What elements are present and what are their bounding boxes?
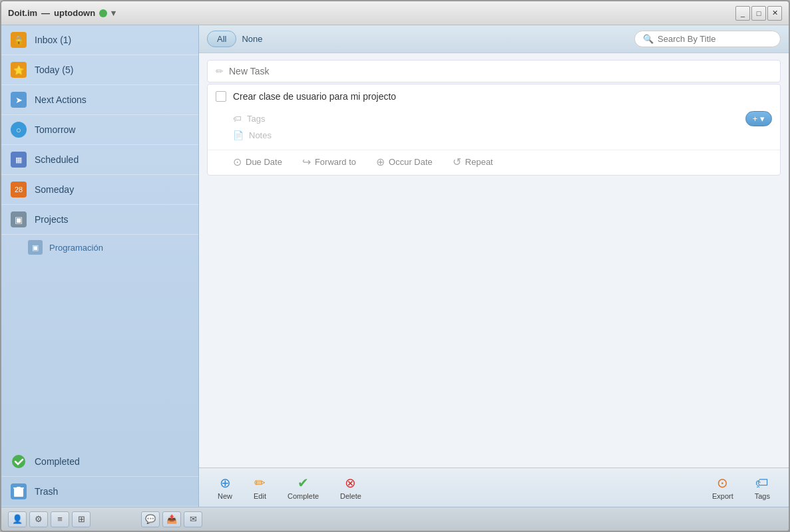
search-icon: 🔍 — [643, 34, 654, 44]
close-button[interactable]: ✕ — [767, 6, 782, 21]
status-user-button[interactable]: 👤 — [8, 511, 27, 527]
tags-label: Tags — [755, 492, 770, 500]
repeat-action[interactable]: ↺ Repeat — [453, 156, 493, 168]
sidebar-label-tomorrow: Tomorrow — [35, 124, 75, 135]
sidebar-label-someday: Someday — [35, 184, 74, 195]
sidebar-label-scheduled: Scheduled — [35, 154, 79, 165]
sidebar-item-tomorrow[interactable]: ○ Tomorrow — [1, 115, 198, 145]
sidebar-spacer — [1, 260, 198, 447]
forward-to-label: Forward to — [315, 157, 356, 167]
task-tags-row: 🏷 Tags + ▾ — [233, 111, 772, 126]
titlebar-dropdown-icon[interactable]: ▾ — [111, 8, 116, 18]
sidebar-item-trash[interactable]: Trash — [1, 477, 198, 507]
titlebar-title: Doit.im — uptodown ▾ — [8, 8, 116, 18]
app-window: Doit.im — uptodown ▾ _ □ ✕ 🔒 Inbox (1) ⭐… — [0, 0, 790, 532]
task-notes-row: 📄 Notes — [233, 130, 772, 140]
sidebar-label-trash: Trash — [35, 486, 58, 497]
tag-icon: 🏷 — [233, 114, 242, 124]
main-content: 🔒 Inbox (1) ⭐ Today (5) ➤ Next Actions ○… — [1, 25, 789, 507]
tags-button[interactable]: 🏷 Tags — [744, 473, 781, 503]
status-mail-button[interactable]: ✉ — [184, 511, 202, 527]
tags-toolbar-icon: 🏷 — [755, 475, 769, 491]
due-date-icon: ⊙ — [233, 156, 242, 168]
edit-label: Edit — [254, 492, 266, 500]
sidebar-item-today[interactable]: ⭐ Today (5) — [1, 55, 198, 85]
task-main-row: Crear clase de usuario para mi projecto — [208, 84, 780, 108]
filter-none-label: None — [242, 34, 262, 44]
minimize-button[interactable]: _ — [735, 6, 750, 21]
sidebar-label-inbox: Inbox (1) — [35, 35, 71, 45]
sidebar-label-programacion: Programación — [49, 243, 103, 253]
delete-label: Delete — [340, 492, 361, 500]
sidebar-label-next-actions: Next Actions — [35, 94, 87, 105]
sidebar-item-someday[interactable]: 28 Someday — [1, 175, 198, 205]
filter-all-button[interactable]: All — [207, 31, 236, 47]
sidebar-item-projects[interactable]: ▣ Projects — [1, 205, 198, 235]
occur-date-action[interactable]: ⊕ Occur Date — [376, 156, 433, 168]
svg-rect-1 — [14, 488, 23, 497]
sidebar-item-inbox[interactable]: 🔒 Inbox (1) — [1, 25, 198, 55]
task-actions-row: ⊙ Due Date ↪ Forward to ⊕ Occur Date — [208, 150, 780, 175]
export-icon: ⊙ — [717, 475, 728, 491]
new-task-input[interactable] — [229, 66, 772, 76]
sidebar-item-scheduled[interactable]: ▦ Scheduled — [1, 145, 198, 175]
titlebar-controls: _ □ ✕ — [735, 6, 782, 21]
notes-icon: 📄 — [233, 130, 244, 140]
today-icon: ⭐ — [11, 62, 27, 78]
programacion-icon: ▣ — [28, 240, 43, 255]
projects-icon: ▣ — [11, 211, 27, 227]
sidebar: 🔒 Inbox (1) ⭐ Today (5) ➤ Next Actions ○… — [1, 25, 199, 507]
titlebar-app-name: Doit.im — [8, 8, 37, 18]
new-icon: ⊕ — [220, 475, 231, 491]
someday-icon: 28 — [11, 182, 27, 198]
pencil-icon: ✏ — [216, 66, 224, 76]
complete-label: Complete — [288, 492, 319, 500]
sidebar-label-today: Today (5) — [35, 65, 73, 75]
trash-icon — [11, 483, 27, 499]
due-date-label: Due Date — [246, 157, 282, 167]
occur-date-label: Occur Date — [389, 157, 433, 167]
edit-icon: ✏ — [254, 475, 266, 491]
status-list-button[interactable]: ≡ — [51, 511, 69, 527]
task-title: Crear clase de usuario para mi projecto — [233, 91, 772, 102]
occur-date-icon: ⊕ — [376, 156, 385, 168]
status-bar: 👤 ⚙ ≡ ⊞ 💬 📤 ✉ — [1, 507, 789, 531]
task-area: ✏ Crear clase de usuario para mi project… — [199, 53, 789, 467]
new-label: New — [218, 492, 232, 500]
notes-label[interactable]: Notes — [249, 130, 272, 140]
titlebar: Doit.im — uptodown ▾ _ □ ✕ — [1, 1, 789, 25]
edit-button[interactable]: ✏ Edit — [243, 472, 277, 503]
task-checkbox[interactable] — [216, 91, 226, 102]
status-grid-button[interactable]: ⊞ — [72, 511, 91, 527]
export-button[interactable]: ⊙ Export — [701, 472, 744, 503]
forward-to-action[interactable]: ↪ Forward to — [302, 156, 356, 168]
maximize-button[interactable]: □ — [751, 6, 766, 21]
sidebar-item-completed[interactable]: Completed — [1, 447, 198, 477]
delete-button[interactable]: ⊗ Delete — [329, 472, 372, 503]
status-send-button[interactable]: 📤 — [162, 511, 181, 527]
svg-point-0 — [12, 455, 25, 468]
new-button[interactable]: ⊕ New — [207, 472, 243, 503]
titlebar-subtitle: uptodown — [54, 8, 95, 18]
status-chat-button[interactable]: 💬 — [141, 511, 160, 527]
delete-icon: ⊗ — [345, 475, 356, 491]
sidebar-item-programacion[interactable]: ▣ Programación — [1, 235, 198, 260]
sidebar-item-next-actions[interactable]: ➤ Next Actions — [1, 85, 198, 115]
status-dot-icon — [99, 9, 107, 17]
search-box: 🔍 — [634, 31, 781, 47]
tags-label[interactable]: Tags — [247, 114, 265, 124]
due-date-action[interactable]: ⊙ Due Date — [233, 156, 282, 168]
add-tag-button[interactable]: + ▾ — [745, 111, 772, 126]
repeat-label: Repeat — [465, 157, 493, 167]
right-panel: All None 🔍 ✏ Crear clase — [199, 25, 789, 507]
complete-button[interactable]: ✔ Complete — [277, 472, 329, 503]
status-settings-button[interactable]: ⚙ — [29, 511, 48, 527]
top-bar: All None 🔍 — [199, 25, 789, 53]
complete-icon: ✔ — [297, 475, 309, 491]
export-label: Export — [712, 492, 733, 500]
right-status-btns: 💬 📤 ✉ — [141, 511, 202, 527]
task-card: Crear clase de usuario para mi projecto … — [207, 84, 781, 176]
search-input[interactable] — [658, 34, 772, 44]
new-task-row: ✏ — [207, 60, 781, 82]
repeat-icon: ↺ — [453, 156, 461, 168]
